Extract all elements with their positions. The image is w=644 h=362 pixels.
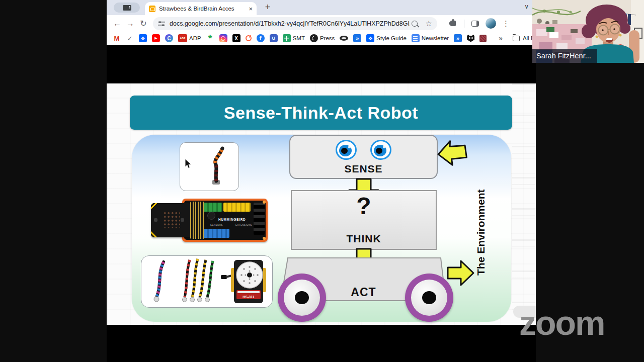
board-screw [263,237,266,240]
bookmarks-bar: ADP SMT Press Style Guide Newsletter » A… [107,32,536,45]
tab-close-icon[interactable]: × [249,6,253,12]
bookmark-star-icon[interactable]: ☆ [426,19,432,28]
check-icon [126,34,134,42]
bookmark-x[interactable] [232,34,240,42]
bookmark-youtube[interactable] [152,34,160,42]
servo-label-text: HS-311 [243,295,254,299]
board-brand-text: HUMMINGBIRD [218,218,246,221]
board-connector [254,203,265,235]
arrow-left-icon [435,138,470,169]
act-label: ACT [280,286,447,299]
bookmark-arrow-2[interactable] [454,34,462,42]
board-yellow-terminal [223,203,251,212]
dropbox-icon [139,34,147,42]
hubspot-icon [246,35,252,41]
folder-icon [513,36,520,41]
bookmark-instagram[interactable] [219,34,227,42]
chevron-down-icon[interactable]: ∨ [524,3,529,10]
blue-arrow-icon [454,34,462,42]
robot-eye-left [336,140,357,160]
blue-arrow-icon [353,34,361,42]
participant-name-text: Sarah FitzHenr... [536,52,591,60]
dropbox-icon [366,34,374,42]
shield-icon [270,34,278,42]
side-panel-icon[interactable] [471,21,479,27]
x-icon [232,34,240,42]
bookmark-owl[interactable] [467,35,474,42]
browser-window: Strawbees & BirdBrain Acces × + ∨ ← → ↻ … [107,0,536,362]
outputs-photo-box: HS-311 [141,255,273,308]
bookmark-facebook[interactable] [257,34,265,42]
board-screw [263,201,266,204]
mouse-cursor [185,159,193,169]
oval-icon [340,36,348,41]
bookmark-newsletter[interactable]: Newsletter [412,34,449,42]
bookmark-asterisk[interactable] [206,34,214,42]
facebook-icon [257,34,265,42]
presentation-slide: Sense-Think-Act Robot SENSE [107,83,536,325]
bookmark-press[interactable]: Press [310,34,335,42]
leds-and-servo-image: HS-311 [141,256,272,307]
browser-toolbar: ← → ↻ docs.google.com/presentation/d/1Tb… [107,15,536,32]
board-extensions-text: EXTENSIONS [235,224,252,226]
reload-button[interactable]: ↻ [137,19,150,28]
site-settings-icon[interactable] [158,20,165,27]
think-label: THINK [292,233,436,245]
youtube-icon [152,34,160,42]
sense-label: SENSE [290,163,437,175]
slide-title-banner: Sense-Think-Act Robot [130,96,512,130]
bookmark-arrow[interactable] [353,34,361,42]
board-sensors-text: SENSORS [210,224,223,226]
address-bar[interactable]: docs.google.com/presentation/d/1Tbkxh2-v… [153,17,437,30]
canva-icon [165,34,173,42]
asterisk-icon [206,34,214,42]
bookmark-check[interactable] [126,34,134,42]
toolbar-divider [464,20,464,28]
participant-video-tile: Sarah FitzHenr... [532,0,644,63]
instagram-icon [219,34,227,42]
board-speaker [207,212,215,220]
owl-icon [467,35,474,42]
browser-tab[interactable]: Strawbees & BirdBrain Acces × [145,2,257,15]
think-box: ? THINK [291,190,437,250]
tab-strip: Strawbees & BirdBrain Acces × + ∨ [107,0,536,15]
extensions-icon[interactable] [450,21,456,26]
slide-background-pattern [512,83,536,325]
slide-title-text: Sense-Think-Act Robot [224,103,418,123]
tab-search-icon [123,5,131,11]
zoom-meeting-window: Strawbees & BirdBrain Acces × + ∨ ← → ↻ … [0,0,644,362]
bookmark-canva[interactable] [165,34,173,42]
tab-title: Strawbees & BirdBrain Acces [159,6,234,12]
bookmark-smt[interactable]: SMT [283,34,305,42]
bookmark-hubspot[interactable] [246,35,252,41]
robot-eye-right [370,140,391,160]
badge-icon [479,35,487,42]
bookmark-oval[interactable] [340,36,348,41]
zoom-level-icon[interactable] [412,21,418,27]
profile-avatar[interactable] [486,18,496,29]
forward-button[interactable]: → [124,19,137,28]
bookmark-adp[interactable]: ADP [178,34,201,42]
sense-box: SENSE [289,135,438,179]
press-icon [310,34,318,42]
browser-viewport: Sense-Think-Act Robot SENSE [107,46,536,362]
arrow-right-icon [447,259,475,287]
participant-name-tag: Sarah FitzHenr... [532,49,597,63]
bookmark-badge[interactable] [479,35,487,42]
adp-icon [178,34,187,42]
bookmark-shield[interactable] [270,34,278,42]
menu-kebab-icon[interactable]: ⋮ [502,19,510,28]
new-tab-button[interactable]: + [262,2,274,14]
bookmark-dropbox[interactable] [139,34,147,42]
tab-search-button[interactable] [114,3,140,13]
bookmarks-overflow-chevron[interactable]: » [499,34,503,42]
sheets-icon [283,34,291,42]
newsletter-icon [412,34,420,42]
question-mark: ? [292,192,436,220]
bookmark-gmail[interactable] [113,34,121,42]
board-edge-connector [190,202,204,239]
url-text[interactable]: docs.google.com/presentation/d/1Tbkxh2-v… [170,20,410,27]
back-button[interactable]: ← [111,19,124,28]
bookmark-style-guide[interactable]: Style Guide [366,34,406,42]
zoom-watermark-logo: zoom [519,306,605,340]
